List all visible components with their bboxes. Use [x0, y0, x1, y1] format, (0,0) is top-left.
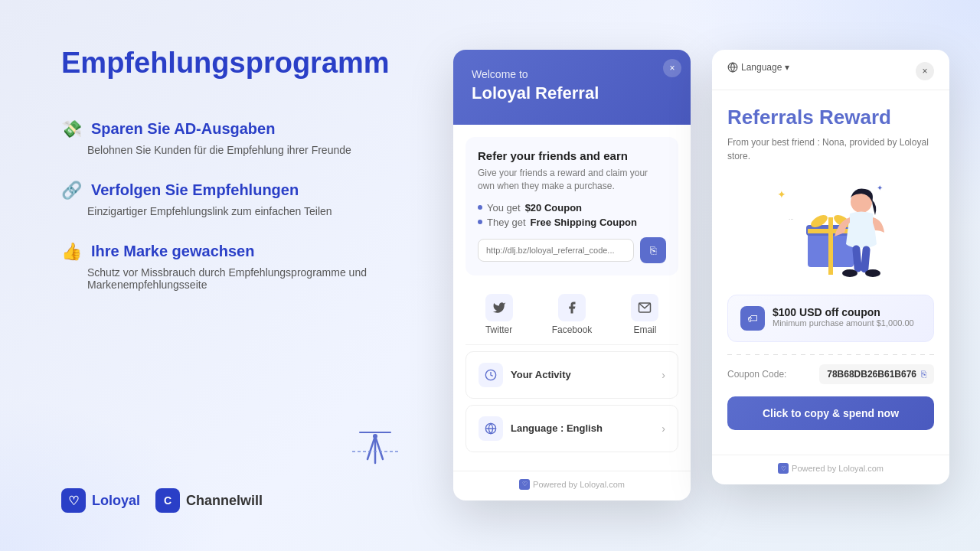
facebook-label: Facebook — [552, 324, 593, 335]
share-twitter[interactable]: Twitter — [485, 294, 513, 335]
bottom-logos: ♡ Loloyal C Channelwill — [61, 488, 263, 513]
modal-referral: Welcome to Loloyal Referral × Refer your… — [453, 50, 691, 500]
feature-title: Sparen Sie AD-Ausgaben — [91, 120, 275, 138]
modal-footer: ♡ Powered by Loloyal.com — [453, 471, 691, 500]
you-get-label: You get — [487, 202, 521, 214]
spend-button[interactable]: Click to copy & spend now — [727, 396, 934, 430]
email-icon — [631, 294, 658, 321]
you-get-row: You get $20 Coupon — [478, 202, 666, 214]
welcome-text: Welcome to — [472, 68, 672, 80]
menu-item-left: Your Activity — [479, 363, 571, 387]
feature-icon: 🔗 — [61, 181, 82, 201]
feature-title: Verfolgen Sie Empfehlungen — [91, 181, 299, 199]
feature-icon: 👍 — [61, 242, 82, 262]
channelwill-label: Channelwill — [186, 493, 263, 509]
menu-item-left-2: Language : English — [479, 416, 603, 441]
loloyal-label: Loloyal — [92, 493, 140, 509]
reward-title: Referrals Reward — [727, 106, 934, 129]
modal2-close-button[interactable]: × — [916, 62, 934, 80]
language-menu-item[interactable]: Language : English › — [466, 405, 678, 452]
share-facebook[interactable]: Facebook — [552, 294, 593, 335]
twitter-label: Twitter — [485, 324, 512, 335]
powered-label-2: Powered by Loloyal.com — [792, 464, 884, 473]
coupon-divider — [727, 354, 934, 355]
left-section: Empfehlungsprogramm 💸 Sparen Sie AD-Ausg… — [61, 46, 429, 291]
feature-item: 💸 Sparen Sie AD-Ausgaben Belohnen Sie Ku… — [61, 119, 429, 156]
they-get-row: They get Free Shipping Coupon — [478, 217, 666, 228]
coupon-code-value: 78B68DB26B61B676 ⎘ — [819, 364, 934, 384]
svg-point-4 — [373, 434, 377, 439]
referral-link-input[interactable] — [478, 239, 634, 262]
svg-point-21 — [842, 269, 858, 277]
you-get-value: $20 Coupon — [525, 202, 582, 214]
svg-text:✦: ✦ — [877, 184, 883, 192]
copy-code-button[interactable]: ⎘ — [921, 369, 926, 380]
svg-line-0 — [368, 436, 375, 459]
language-label-modal2: Language — [741, 62, 782, 73]
language-icon — [479, 416, 503, 441]
sparkle-decoration — [337, 429, 413, 490]
facebook-icon — [558, 294, 586, 321]
activity-icon — [479, 363, 503, 387]
coupon-card: 🏷 $100 USD off coupon Minimum purchase a… — [727, 295, 934, 342]
feature-title: Ihre Marke gewachsen — [91, 243, 254, 260]
modal-body: Refer your friends and earn Give your fr… — [453, 125, 691, 471]
coupon-icon: 🏷 — [740, 306, 765, 331]
modal-reward: Language ▾ × Referrals Reward From your … — [712, 50, 949, 484]
activity-label: Your Activity — [511, 369, 571, 380]
feature-icon: 💸 — [61, 119, 82, 139]
loloyal-icon: ♡ — [61, 488, 86, 513]
refer-desc: Give your friends a reward and claim you… — [478, 167, 666, 193]
modal2-body: Referrals Reward From your best friend :… — [712, 90, 949, 455]
powered-label: Powered by Loloyal.com — [533, 480, 625, 489]
coupon-info: $100 USD off coupon Minimum purchase amo… — [773, 306, 914, 328]
svg-rect-19 — [852, 245, 862, 272]
modal2-header: Language ▾ × — [712, 50, 949, 90]
dot-icon-2 — [478, 220, 482, 224]
modal-title: Loloyal Referral — [472, 83, 672, 103]
loloyal-logo: ♡ Loloyal — [61, 488, 140, 513]
svg-rect-15 — [808, 229, 854, 233]
feature-item: 🔗 Verfolgen Sie Empfehlungen Einzigartig… — [61, 181, 429, 217]
svg-point-22 — [865, 269, 880, 277]
coupon-code-text: 78B68DB26B61B676 — [827, 369, 916, 380]
modal2-footer: ♡ Powered by Loloyal.com — [712, 455, 949, 484]
dropdown-icon: ▾ — [785, 62, 789, 73]
feature-item: 👍 Ihre Marke gewachsen Schutz vor Missbr… — [61, 242, 429, 291]
channelwill-icon: C — [155, 488, 180, 513]
feature-title-row: 👍 Ihre Marke gewachsen — [61, 242, 429, 262]
coupon-min: Minimum purchase amount $1,000.00 — [773, 318, 914, 328]
coupon-code-row: Coupon Code: 78B68DB26B61B676 ⎘ — [727, 364, 934, 384]
channelwill-logo: C Channelwill — [155, 488, 263, 513]
coupon-code-label: Coupon Code: — [727, 369, 786, 380]
refer-card: Refer your friends and earn Give your fr… — [466, 137, 678, 276]
powered-icon-2: ♡ — [778, 463, 789, 474]
powered-icon: ♡ — [519, 479, 530, 490]
share-row: Twitter Facebook Email — [466, 285, 678, 345]
page-title: Empfehlungsprogramm — [61, 46, 429, 81]
share-email[interactable]: Email — [631, 294, 658, 335]
svg-rect-20 — [861, 246, 871, 273]
copy-link-button[interactable]: ⎘ — [640, 237, 666, 263]
reward-title-accent: Reward — [819, 106, 891, 129]
chevron-right-icon: › — [662, 369, 665, 381]
svg-rect-14 — [828, 217, 833, 275]
they-get-value: Free Shipping Coupon — [531, 217, 637, 228]
feature-desc: Schutz vor Missbrauch durch Empfehlungsp… — [87, 266, 429, 291]
illustration: ✦ ✦ ··· — [727, 175, 934, 282]
modal-close-button[interactable]: × — [663, 59, 681, 77]
powered-text-2: ♡ Powered by Loloyal.com — [727, 463, 934, 474]
language-button[interactable]: Language ▾ — [727, 62, 789, 73]
modal-header: Welcome to Loloyal Referral × — [453, 50, 691, 125]
refer-title: Refer your friends and earn — [478, 149, 666, 162]
language-label: Language : English — [511, 422, 603, 434]
feature-list: 💸 Sparen Sie AD-Ausgaben Belohnen Sie Ku… — [61, 119, 429, 291]
your-activity-menu-item[interactable]: Your Activity › — [466, 351, 678, 399]
reward-title-plain: Referrals — [727, 106, 814, 129]
feature-title-row: 💸 Sparen Sie AD-Ausgaben — [61, 119, 429, 139]
svg-line-1 — [375, 436, 383, 459]
feature-desc: Belohnen Sie Kunden für die Empfehlung i… — [87, 144, 429, 156]
twitter-icon — [485, 294, 513, 321]
svg-text:✦: ✦ — [777, 188, 786, 201]
feature-desc: Einzigartiger Empfehlungslink zum einfac… — [87, 205, 429, 217]
